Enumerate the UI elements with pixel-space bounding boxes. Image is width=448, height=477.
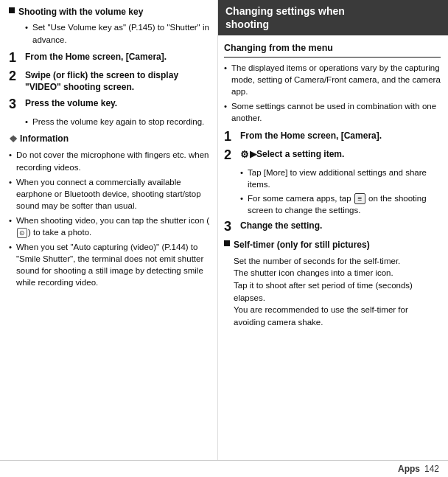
footer: Apps 142 <box>0 460 448 477</box>
diamond-icon: ❖ <box>9 133 18 147</box>
self-timer-body: Set the number of seconds for the self-t… <box>224 255 441 329</box>
step-1-text: From the Home screen, [Camera]. <box>22 51 167 63</box>
menu-icon: ≡ <box>354 193 365 204</box>
r-step-2-row: 2 ⚙▶Select a setting item. <box>224 148 441 163</box>
sub-heading: Changing from the menu <box>224 41 441 57</box>
step-3-sub-item: Press the volume key again to stop recor… <box>25 116 210 128</box>
info-list: Do not cover the microphone with fingers… <box>9 149 210 288</box>
r-step-3-row: 3 Change the setting. <box>224 220 441 234</box>
shutter-icon: ⊙ <box>17 228 27 238</box>
r-step-2-sub: Tap [More] to view additional settings a… <box>224 167 441 217</box>
self-timer-section: Self-timer (only for still pictures) Set… <box>224 239 441 328</box>
header-line2: shooting <box>225 18 269 30</box>
step-1-row: 1 From the Home screen, [Camera]. <box>9 51 210 66</box>
intro-list: The displayed items or operations vary b… <box>224 62 441 124</box>
r-step-2-num: 2 <box>224 148 237 163</box>
info-item-0: Do not cover the microphone with fingers… <box>9 149 210 173</box>
step-3-sub: Press the volume key again to stop recor… <box>9 116 210 128</box>
info-item-3: When you set "Auto capturing (video)" (P… <box>9 241 210 288</box>
section-title: Shooting with the volume key <box>18 6 143 18</box>
black-square-icon <box>9 7 15 13</box>
r-step-3-text: Change the setting. <box>237 220 322 232</box>
intro-item-0: The displayed items or operations vary b… <box>224 62 441 97</box>
info-item-2: When shooting video, you can tap the shu… <box>9 215 210 238</box>
black-square-icon-2 <box>224 240 230 246</box>
step-3-row: 3 Press the volume key. <box>9 97 210 112</box>
intro-item-1: Some settings cannot be used in combinat… <box>224 100 441 124</box>
left-column: Shooting with the volume key Set "Use Vo… <box>0 0 217 460</box>
r-step-2-text: ⚙▶Select a setting item. <box>237 148 344 161</box>
footer-apps-label: Apps <box>398 464 420 474</box>
step-2-row: 2 Swipe (or flick) the screen to display… <box>9 69 210 94</box>
step-1-num: 1 <box>9 51 22 66</box>
right-header: Changing settings when shooting <box>218 0 448 35</box>
header-line1: Changing settings when <box>225 5 345 17</box>
settings-circle-icon: ⚙ <box>240 149 249 160</box>
section-heading: Shooting with the volume key <box>9 6 210 18</box>
r-step-2-sub-1: For some camera apps, tap ≡ on the shoot… <box>240 192 441 217</box>
r-step-1-num: 1 <box>224 130 237 145</box>
step-2-text: Swipe (or flick) the screen to display "… <box>22 69 210 94</box>
info-section: ❖ Information Do not cover the microphon… <box>9 133 210 289</box>
right-column: Changing settings when shooting Changing… <box>217 0 448 460</box>
info-item-1: When you connect a commercially availabl… <box>9 176 210 212</box>
r-step-1-row: 1 From the Home screen, [Camera]. <box>224 130 441 145</box>
step-3-num: 3 <box>9 97 22 112</box>
step-3-text: Press the volume key. <box>22 97 117 110</box>
info-heading: ❖ Information <box>9 133 210 147</box>
section-intro: Set "Use Volume key as" (P.145) to "Shut… <box>9 21 210 46</box>
step-2-num: 2 <box>9 69 22 84</box>
footer-page-number: 142 <box>424 464 439 474</box>
self-timer-heading: Self-timer (only for still pictures) <box>224 239 441 251</box>
r-step-1-text: From the Home screen, [Camera]. <box>237 130 382 142</box>
r-step-2-sub-0: Tap [More] to view additional settings a… <box>240 167 441 190</box>
r-step-3-num: 3 <box>224 220 237 234</box>
